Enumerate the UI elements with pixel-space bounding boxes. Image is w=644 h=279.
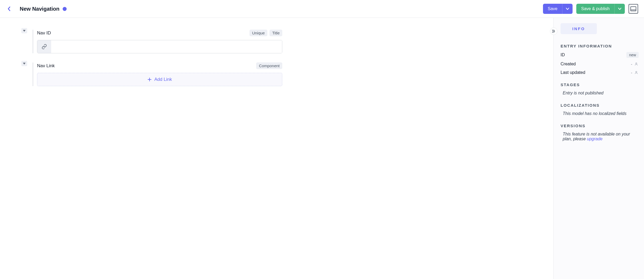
caret-down-icon [23,30,26,32]
caret-down-icon [23,63,26,65]
section-heading: STAGES [561,82,639,87]
nav-id-input[interactable] [51,40,282,53]
field-accent-bar [33,30,33,53]
nav-id-input-wrap [37,40,282,53]
plus-icon [147,77,152,82]
stages-text: Entry is not published [561,91,639,95]
main-content: Nav ID Unique Title [0,18,553,279]
save-button[interactable]: Save [543,4,562,14]
upgrade-link[interactable]: upgrade [587,137,603,141]
field-nav-link: Nav Link Component Add Link [21,62,543,86]
versions-text: This feature is not available on your pl… [561,132,639,141]
sidebar-collapse-button[interactable] [550,27,557,35]
publish-dropdown[interactable] [614,4,625,14]
svg-marker-3 [23,63,26,65]
info-id-label: ID [561,53,565,57]
field-label: Nav ID [37,30,51,36]
status-dot-icon [63,7,67,11]
publish-button-group: Save & publish [576,4,625,14]
info-updated-label: Last updated [561,70,585,75]
add-link-label: Add Link [154,77,172,82]
field-nav-id: Nav ID Unique Title [21,30,543,53]
localizations-text: This model has no localized fields [561,111,639,116]
section-entry-info: ENTRY INFORMATION ID new Created - [561,44,639,75]
badge-title: Title [269,30,282,36]
chevron-down-icon [618,7,622,10]
field-menu-button[interactable] [21,28,27,33]
slug-icon [37,40,51,53]
section-stages: STAGES Entry is not published [561,82,639,95]
chevron-left-icon [7,6,11,11]
badge-unique: Unique [249,30,268,36]
user-icon [634,62,639,66]
section-localizations: LOCALIZATIONS This model has no localize… [561,103,639,116]
save-button-group: Save [543,4,573,14]
section-heading: ENTRY INFORMATION [561,44,639,48]
save-dropdown[interactable] [562,4,573,14]
field-accent-bar [33,62,33,86]
svg-point-6 [636,63,637,64]
section-heading: VERSIONS [561,123,639,128]
field-label: Nav Link [37,63,55,69]
field-menu-button[interactable] [21,61,27,66]
add-link-button[interactable]: Add Link [37,73,282,86]
info-updated-value: - [631,70,632,75]
svg-rect-0 [631,7,636,11]
chevron-double-right-icon [552,29,556,33]
header: New Navigation Save Save & publish [0,0,644,18]
publish-button[interactable]: Save & publish [576,4,614,14]
tab-info[interactable]: INFO [561,23,597,34]
badge-component: Component [256,62,282,69]
panel-toggle-button[interactable] [629,4,638,14]
info-id-value: new [626,52,639,58]
info-created-label: Created [561,62,576,66]
section-versions: VERSIONS This feature is not available o… [561,123,639,141]
back-button[interactable] [6,6,12,12]
chevron-down-icon [566,7,569,10]
sidebar: INFO ENTRY INFORMATION ID new Created - [553,18,644,279]
page-title: New Navigation [20,6,59,12]
svg-marker-2 [23,30,26,32]
svg-point-7 [636,71,637,73]
panel-icon [630,6,636,11]
section-heading: LOCALIZATIONS [561,103,639,107]
info-created-value: - [631,62,632,66]
user-icon [634,70,639,75]
